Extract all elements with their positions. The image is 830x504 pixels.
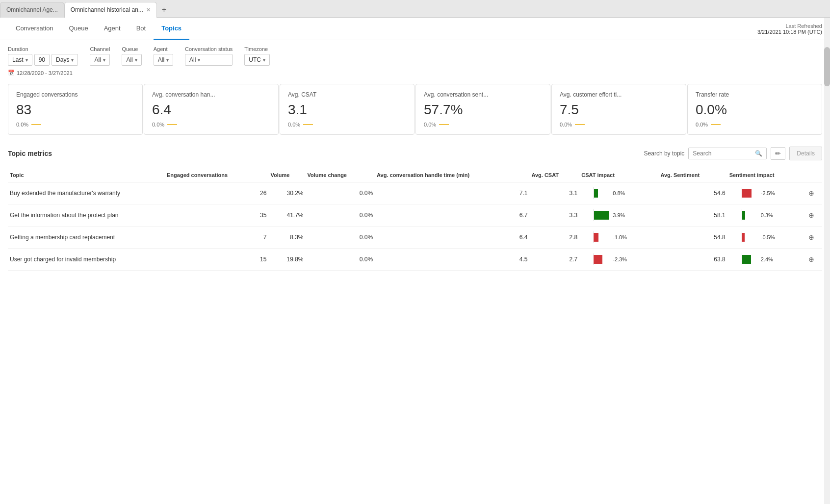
metric-value-3: 57.7% [424,102,542,118]
scrollbar-track[interactable] [824,18,830,504]
top-nav: Conversation Queue Agent Bot Topics Last… [0,18,830,40]
metric-change-text-3: 0.0% [424,122,436,127]
col-engaged: Engaged conversations [165,168,268,182]
metric-title-2: Avg. CSAT [288,91,406,98]
queue-filter: Queue All ▾ [122,46,141,66]
sentiment-impact-3: 2.4% [727,249,806,271]
metric-change-1: 0.0% [152,122,270,127]
col-handle-time: Avg. conversation handle time (min) [375,168,529,182]
metric-title-5: Transfer rate [696,91,814,98]
table-header: Topic Engaged conversations Volume Volum… [8,168,822,182]
timezone-filter: Timezone UTC ▾ [244,46,270,66]
avg-csat-1: 3.3 [529,204,579,227]
queue-arrow: ▾ [135,57,137,63]
metric-change-text-2: 0.0% [288,122,300,127]
agent-filter: Agent All ▾ [154,46,173,66]
avg-sentiment-3: 63.8 [658,249,727,271]
metric-change-text-5: 0.0% [696,122,708,127]
scrollbar-thumb[interactable] [824,47,830,86]
metric-value-0: 83 [16,102,134,118]
topic-name-0: Buy extended the manufacturer's warranty [8,182,165,204]
metric-card-0: Engaged conversations 83 0.0% [8,84,143,135]
volume-change-1: 0.0% [305,204,375,227]
conv-status-select[interactable]: All ▾ [185,54,233,66]
last-refreshed: Last Refreshed 3/21/2021 10:18 PM (UTC) [757,23,822,35]
csat-impact-3: -2.3% [579,249,658,271]
metric-card-5: Transfer rate 0.0% 0.0% [687,84,822,135]
metric-bar-4 [575,124,585,125]
avg-sentiment-2: 54.8 [658,227,727,249]
channel-select[interactable]: All ▾ [90,54,110,66]
queue-select[interactable]: All ▾ [122,54,141,66]
search-input[interactable] [693,150,753,157]
conv-status-label: Conversation status [185,46,233,52]
nav-bot[interactable]: Bot [129,18,154,40]
metric-change-4: 0.0% [560,122,678,127]
tab-label-2: Omnichannel historical an... [71,6,143,13]
timezone-select[interactable]: UTC ▾ [244,54,270,66]
channel-filter: Channel All ▾ [90,46,110,66]
handle-time-1: 6.7 [375,204,529,227]
duration-preset-select[interactable]: Last ▾ [8,54,32,66]
details-button[interactable]: Details [789,147,822,160]
agent-label: Agent [154,46,173,52]
date-range-text: 12/28/2020 - 3/27/2021 [17,70,73,76]
table-row: User got charged for invalid membership … [8,249,822,271]
metric-card-1: Avg. conversation han... 6.4 0.0% [144,84,279,135]
sentiment-impact-1: 0.3% [727,204,806,227]
topic-section: Topic metrics Search by topic 🔍 ✏ Detail… [0,141,830,277]
avg-sentiment-0: 54.6 [658,182,727,204]
table-row: Getting a membership card replacement 7 … [8,227,822,249]
copy-icon-1[interactable]: ⊕ [806,204,822,227]
copy-icon-2[interactable]: ⊕ [806,227,822,249]
nav-agent[interactable]: Agent [96,18,129,40]
duration-filter: Duration Last ▾ 90 Days ▾ [8,46,78,66]
avg-csat-3: 2.7 [529,249,579,271]
metric-change-text-0: 0.0% [16,122,28,127]
search-box: 🔍 [688,148,767,159]
duration-preset-value: Last [12,56,24,63]
pencil-button[interactable]: ✏ [771,147,785,160]
agent-value: All [158,56,164,63]
agent-select[interactable]: All ▾ [154,54,173,66]
search-icon: 🔍 [755,150,762,157]
metric-bar-2 [303,124,313,125]
duration-unit-select[interactable]: Days ▾ [52,54,78,66]
last-refreshed-value: 3/21/2021 10:18 PM (UTC) [757,29,822,35]
metric-value-4: 7.5 [560,102,678,118]
nav-queue[interactable]: Queue [61,18,96,40]
nav-topics[interactable]: Topics [154,18,189,40]
csat-impact-2: -1.0% [579,227,658,249]
metric-cards: Engaged conversations 83 0.0% Avg. conve… [0,78,830,141]
queue-label: Queue [122,46,141,52]
calendar-icon: 📅 [8,70,15,76]
metric-value-2: 3.1 [288,102,406,118]
csat-impact-0: 0.8% [579,182,658,204]
channel-label: Channel [90,46,110,52]
engaged-0: 26 [165,182,268,204]
tab-inactive[interactable]: Omnichannel Age... [0,2,64,18]
metric-value-5: 0.0% [696,102,814,118]
metric-bar-0 [31,124,41,125]
copy-icon-0[interactable]: ⊕ [806,182,822,204]
sentiment-impact-2: -0.5% [727,227,806,249]
topic-table-body: Buy extended the manufacturer's warranty… [8,182,822,271]
nav-conversation[interactable]: Conversation [8,18,61,40]
add-tab-button[interactable]: + [157,3,171,16]
metric-change-text-4: 0.0% [560,122,572,127]
volume-1: 41.7% [268,204,305,227]
metric-change-text-1: 0.0% [152,122,164,127]
tab-close-icon[interactable]: ✕ [146,7,151,13]
metric-bar-3 [439,124,449,125]
metric-change-3: 0.0% [424,122,542,127]
metric-card-3: Avg. conversation sent... 57.7% 0.0% [415,84,550,135]
table-row: Buy extended the manufacturer's warranty… [8,182,822,204]
copy-icon-3[interactable]: ⊕ [806,249,822,271]
tab-active[interactable]: Omnichannel historical an... ✕ [64,2,157,18]
browser-tab-bar: Omnichannel Age... Omnichannel historica… [0,0,830,18]
duration-amount-select[interactable]: 90 [34,54,50,66]
search-by-label: Search by topic [644,150,685,157]
csat-impact-1: 3.9% [579,204,658,227]
col-volume: Volume [268,168,305,182]
duration-unit-value: Days [56,56,69,63]
